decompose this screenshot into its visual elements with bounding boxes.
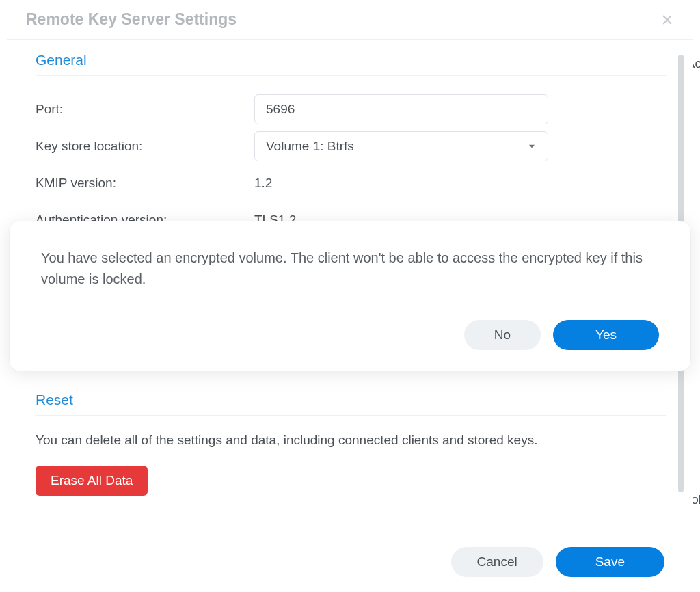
value-kmip: 1.2 — [254, 176, 272, 191]
row-keystore: Key store location: Volume 1: Btrfs — [36, 128, 666, 165]
close-icon[interactable] — [660, 13, 674, 27]
label-keystore: Key store location: — [36, 139, 254, 154]
no-button[interactable]: No — [464, 320, 541, 350]
confirm-dialog-buttons: No Yes — [41, 320, 659, 350]
keystore-select[interactable]: Volume 1: Btrfs — [254, 131, 548, 161]
cancel-button[interactable]: Cancel — [451, 547, 543, 577]
row-kmip: KMIP version: 1.2 — [36, 165, 666, 202]
port-input[interactable] — [254, 94, 548, 124]
reset-description: You can delete all of the settings and d… — [36, 431, 666, 450]
titlebar: Remote Key Server Settings — [7, 0, 693, 40]
label-port: Port: — [36, 102, 254, 117]
erase-all-data-button[interactable]: Erase All Data — [36, 466, 148, 496]
footer: Cancel Save — [7, 532, 693, 592]
row-port: Port: — [36, 91, 666, 128]
section-title-general: General — [36, 52, 666, 76]
confirm-dialog-message: You have selected an encrypted volume. T… — [41, 247, 659, 290]
section-reset: Reset You can delete all of the settings… — [36, 392, 666, 496]
save-button[interactable]: Save — [556, 547, 664, 577]
keystore-select-value: Volume 1: Btrfs — [266, 139, 354, 154]
chevron-down-icon — [527, 142, 537, 151]
yes-button[interactable]: Yes — [553, 320, 659, 350]
label-kmip: KMIP version: — [36, 176, 254, 191]
section-title-reset: Reset — [36, 392, 666, 416]
confirm-dialog: You have selected an encrypted volume. T… — [10, 221, 690, 371]
window-title: Remote Key Server Settings — [26, 10, 237, 29]
